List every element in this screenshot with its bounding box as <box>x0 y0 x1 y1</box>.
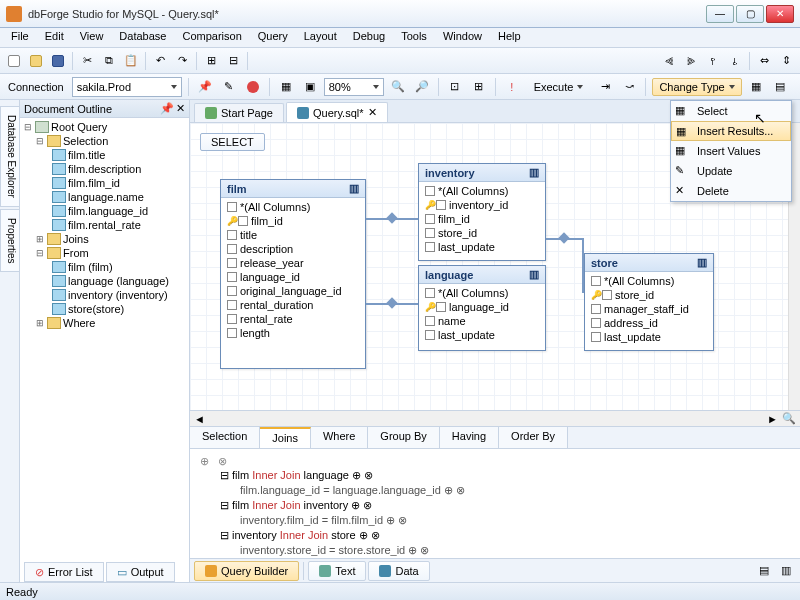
col[interactable]: store_id <box>438 227 477 239</box>
tree-item[interactable]: inventory (inventory) <box>68 289 168 301</box>
toggle-b[interactable]: ⊞ <box>469 77 489 97</box>
col[interactable]: last_update <box>604 331 661 343</box>
new-button[interactable] <box>4 51 24 71</box>
debug-over[interactable]: ⤻ <box>619 77 639 97</box>
menu-edit[interactable]: Edit <box>38 28 71 47</box>
tree-item[interactable]: film.rental_rate <box>68 219 141 231</box>
tree-item[interactable]: film.description <box>68 163 141 175</box>
maximize-button[interactable]: ▢ <box>736 5 764 23</box>
col[interactable]: *(All Columns) <box>438 185 508 197</box>
join-row[interactable]: ⊟ film Inner Join inventory ⊕ ⊗ <box>196 498 794 513</box>
close-icon[interactable]: ✕ <box>368 106 377 119</box>
tab-orderby[interactable]: Order By <box>499 427 568 448</box>
menu-database[interactable]: Database <box>112 28 173 47</box>
col[interactable]: address_id <box>604 317 658 329</box>
col[interactable]: original_language_id <box>240 285 342 297</box>
col[interactable]: language_id <box>449 301 509 313</box>
menu-window[interactable]: Window <box>436 28 489 47</box>
entity-language[interactable]: language▥ *(All Columns) 🔑language_id na… <box>418 265 546 351</box>
col[interactable]: last_update <box>438 329 495 341</box>
menu-query[interactable]: Query <box>251 28 295 47</box>
menu-debug[interactable]: Debug <box>346 28 392 47</box>
tree-item[interactable]: store(store) <box>68 303 124 315</box>
col[interactable]: title <box>240 229 257 241</box>
col[interactable]: store_id <box>615 289 654 301</box>
distribute-v[interactable]: ⇕ <box>776 51 796 71</box>
outline-tree[interactable]: ⊟Root Query ⊟Selection film.title film.d… <box>20 118 189 582</box>
toggle-a[interactable]: ⊡ <box>445 77 465 97</box>
tree-item[interactable]: film (film) <box>68 261 113 273</box>
tree-selection[interactable]: Selection <box>63 135 108 147</box>
col[interactable]: length <box>240 327 270 339</box>
copy-button[interactable]: ⧉ <box>99 51 119 71</box>
tree-item[interactable]: language.name <box>68 191 144 203</box>
col[interactable]: *(All Columns) <box>604 275 674 287</box>
execute-button[interactable]: Execute <box>526 79 592 95</box>
col[interactable]: manager_staff_id <box>604 303 689 315</box>
tab-joins[interactable]: Joins <box>260 427 311 448</box>
cut-button[interactable]: ✂ <box>77 51 97 71</box>
change-type-button[interactable]: Change Type <box>652 78 741 96</box>
menu-file[interactable]: File <box>4 28 36 47</box>
redo-button[interactable]: ↷ <box>172 51 192 71</box>
col[interactable]: rental_duration <box>240 299 313 311</box>
align-top[interactable]: ⫯ <box>703 51 723 71</box>
save-button[interactable] <box>48 51 68 71</box>
zoom-in[interactable]: 🔍 <box>388 77 408 97</box>
menu-layout[interactable]: Layout <box>297 28 344 47</box>
tree-item[interactable]: film.title <box>68 149 105 161</box>
col[interactable]: rental_rate <box>240 313 293 325</box>
distribute-h[interactable]: ⇔ <box>754 51 774 71</box>
col[interactable]: *(All Columns) <box>240 201 310 213</box>
col[interactable]: film_id <box>251 215 283 227</box>
col[interactable]: last_update <box>438 241 495 253</box>
join-cond[interactable]: film.language_id = language.language_id … <box>196 483 794 498</box>
align-center[interactable]: ⫸ <box>681 51 701 71</box>
grid-view-btn[interactable]: ▦ <box>746 77 766 97</box>
entity-menu-icon[interactable]: ▥ <box>697 256 707 269</box>
tree-item[interactable]: language (language) <box>68 275 169 287</box>
entity-menu-icon[interactable]: ▥ <box>529 166 539 179</box>
join-cond[interactable]: inventory.film_id = film.film_id ⊕ ⊗ <box>196 513 794 528</box>
align-bottom[interactable]: ⫰ <box>725 51 745 71</box>
col[interactable]: language_id <box>240 271 300 283</box>
dd-insert-values[interactable]: ▦Insert Values <box>671 141 791 161</box>
tab-groupby[interactable]: Group By <box>368 427 439 448</box>
entity-menu-icon[interactable]: ▥ <box>349 182 359 195</box>
stop-button[interactable] <box>243 77 263 97</box>
card-view-btn[interactable]: ▤ <box>770 77 790 97</box>
tab-database-explorer[interactable]: Database Explorer <box>0 106 19 207</box>
pin-icon[interactable]: 📌 <box>160 102 174 115</box>
entity-film[interactable]: film▥ *(All Columns) 🔑film_id title desc… <box>220 179 366 369</box>
col[interactable]: inventory_id <box>449 199 508 211</box>
connection-combo[interactable]: sakila.Prod <box>72 77 182 97</box>
entity-inventory[interactable]: inventory▥ *(All Columns) 🔑inventory_id … <box>418 163 546 261</box>
pin-button[interactable]: 📌 <box>195 77 215 97</box>
select-chip[interactable]: SELECT <box>200 133 265 151</box>
tree-item[interactable]: film.language_id <box>68 205 148 217</box>
tab-selection[interactable]: Selection <box>190 427 260 448</box>
zoom-combo[interactable]: 80% <box>324 78 384 96</box>
view-text[interactable]: Text <box>308 561 366 581</box>
close-icon[interactable]: ✕ <box>176 102 185 115</box>
tree-item[interactable]: film.film_id <box>68 177 120 189</box>
entity-menu-icon[interactable]: ▥ <box>529 268 539 281</box>
undo-button[interactable]: ↶ <box>150 51 170 71</box>
tab-query-sql[interactable]: Query.sql*✕ <box>286 102 388 122</box>
dd-select[interactable]: ▦Select <box>671 101 791 121</box>
edit-button[interactable]: ✎ <box>219 77 239 97</box>
tab-where[interactable]: Where <box>311 427 368 448</box>
debug-step[interactable]: ⇥ <box>595 77 615 97</box>
dd-insert-results[interactable]: ▦Insert Results... <box>671 121 791 141</box>
layout-toggle-b[interactable]: ▥ <box>776 561 796 581</box>
layout-toggle-a[interactable]: ▤ <box>754 561 774 581</box>
join-cond[interactable]: inventory.store_id = store.store_id ⊕ ⊗ <box>196 543 794 558</box>
view-query-builder[interactable]: Query Builder <box>194 561 299 581</box>
menu-tools[interactable]: Tools <box>394 28 434 47</box>
fit-btn[interactable]: ▣ <box>300 77 320 97</box>
tree-root[interactable]: Root Query <box>51 121 107 133</box>
col[interactable]: description <box>240 243 293 255</box>
tree-where[interactable]: Where <box>63 317 95 329</box>
tab-start-page[interactable]: Start Page <box>194 103 284 122</box>
menu-view[interactable]: View <box>73 28 111 47</box>
